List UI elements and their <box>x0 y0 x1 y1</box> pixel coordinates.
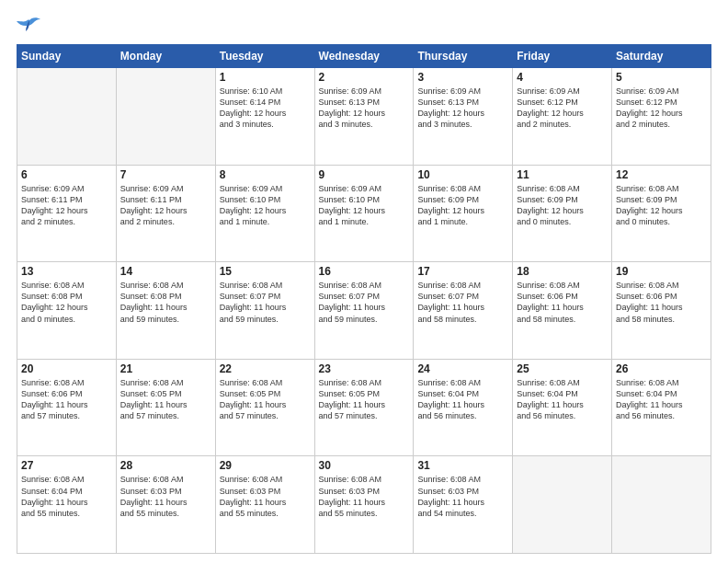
calendar-header-saturday: Saturday <box>612 45 711 68</box>
calendar-cell <box>612 456 711 554</box>
day-number: 14 <box>120 265 211 278</box>
cell-text: Sunrise: 6:08 AM Sunset: 6:03 PM Dayligh… <box>220 474 311 519</box>
day-number: 9 <box>319 168 410 181</box>
calendar-cell: 2Sunrise: 6:09 AM Sunset: 6:13 PM Daylig… <box>314 68 414 166</box>
day-number: 15 <box>220 265 311 278</box>
calendar-cell: 28Sunrise: 6:08 AM Sunset: 6:03 PM Dayli… <box>116 456 215 554</box>
calendar-cell: 6Sunrise: 6:09 AM Sunset: 6:11 PM Daylig… <box>17 165 117 262</box>
cell-text: Sunrise: 6:08 AM Sunset: 6:03 PM Dayligh… <box>120 474 211 519</box>
calendar-cell: 30Sunrise: 6:08 AM Sunset: 6:03 PM Dayli… <box>314 456 414 554</box>
day-number: 4 <box>517 71 608 84</box>
calendar-cell: 14Sunrise: 6:08 AM Sunset: 6:08 PM Dayli… <box>116 262 215 360</box>
calendar-cell: 26Sunrise: 6:08 AM Sunset: 6:04 PM Dayli… <box>612 359 711 456</box>
cell-text: Sunrise: 6:08 AM Sunset: 6:09 PM Dayligh… <box>616 183 707 228</box>
day-number: 12 <box>616 168 707 181</box>
cell-text: Sunrise: 6:08 AM Sunset: 6:08 PM Dayligh… <box>21 280 112 325</box>
calendar-header-sunday: Sunday <box>17 45 117 68</box>
calendar-cell <box>513 456 612 554</box>
day-number: 20 <box>21 362 112 375</box>
day-number: 30 <box>319 459 410 472</box>
cell-text: Sunrise: 6:08 AM Sunset: 6:04 PM Dayligh… <box>21 474 112 519</box>
day-number: 2 <box>319 71 410 84</box>
cell-text: Sunrise: 6:08 AM Sunset: 6:04 PM Dayligh… <box>417 377 508 422</box>
calendar-cell: 24Sunrise: 6:08 AM Sunset: 6:04 PM Dayli… <box>414 359 513 456</box>
calendar-cell: 25Sunrise: 6:08 AM Sunset: 6:04 PM Dayli… <box>513 359 612 456</box>
calendar-cell: 10Sunrise: 6:08 AM Sunset: 6:09 PM Dayli… <box>414 165 513 262</box>
day-number: 21 <box>120 362 211 375</box>
day-number: 25 <box>517 362 608 375</box>
cell-text: Sunrise: 6:08 AM Sunset: 6:03 PM Dayligh… <box>417 474 508 519</box>
day-number: 13 <box>21 265 112 278</box>
calendar-cell: 18Sunrise: 6:08 AM Sunset: 6:06 PM Dayli… <box>513 262 612 360</box>
cell-text: Sunrise: 6:09 AM Sunset: 6:13 PM Dayligh… <box>417 86 508 131</box>
cell-text: Sunrise: 6:08 AM Sunset: 6:09 PM Dayligh… <box>517 183 608 228</box>
cell-text: Sunrise: 6:08 AM Sunset: 6:04 PM Dayligh… <box>616 377 707 422</box>
page-header <box>17 17 711 37</box>
day-number: 23 <box>319 362 410 375</box>
calendar-cell: 3Sunrise: 6:09 AM Sunset: 6:13 PM Daylig… <box>414 68 513 166</box>
day-number: 6 <box>21 168 112 181</box>
calendar-cell: 19Sunrise: 6:08 AM Sunset: 6:06 PM Dayli… <box>612 262 711 360</box>
calendar-header-monday: Monday <box>116 45 215 68</box>
cell-text: Sunrise: 6:08 AM Sunset: 6:06 PM Dayligh… <box>21 377 112 422</box>
calendar-cell: 29Sunrise: 6:08 AM Sunset: 6:03 PM Dayli… <box>215 456 314 554</box>
calendar-cell: 20Sunrise: 6:08 AM Sunset: 6:06 PM Dayli… <box>17 359 117 456</box>
day-number: 31 <box>417 459 508 472</box>
cell-text: Sunrise: 6:09 AM Sunset: 6:12 PM Dayligh… <box>517 86 608 131</box>
day-number: 18 <box>517 265 608 278</box>
cell-text: Sunrise: 6:08 AM Sunset: 6:05 PM Dayligh… <box>319 377 410 422</box>
cell-text: Sunrise: 6:08 AM Sunset: 6:07 PM Dayligh… <box>319 280 410 325</box>
cell-text: Sunrise: 6:08 AM Sunset: 6:05 PM Dayligh… <box>220 377 311 422</box>
calendar-week-row: 1Sunrise: 6:10 AM Sunset: 6:14 PM Daylig… <box>17 68 711 166</box>
cell-text: Sunrise: 6:08 AM Sunset: 6:07 PM Dayligh… <box>417 280 508 325</box>
logo <box>17 17 46 37</box>
calendar-cell: 1Sunrise: 6:10 AM Sunset: 6:14 PM Daylig… <box>215 68 314 166</box>
day-number: 16 <box>319 265 410 278</box>
calendar-cell: 31Sunrise: 6:08 AM Sunset: 6:03 PM Dayli… <box>414 456 513 554</box>
calendar-cell <box>17 68 117 166</box>
calendar-header-tuesday: Tuesday <box>215 45 314 68</box>
cell-text: Sunrise: 6:08 AM Sunset: 6:06 PM Dayligh… <box>616 280 707 325</box>
day-number: 28 <box>120 459 211 472</box>
calendar-cell: 11Sunrise: 6:08 AM Sunset: 6:09 PM Dayli… <box>513 165 612 262</box>
calendar-cell: 15Sunrise: 6:08 AM Sunset: 6:07 PM Dayli… <box>215 262 314 360</box>
calendar-week-row: 27Sunrise: 6:08 AM Sunset: 6:04 PM Dayli… <box>17 456 711 554</box>
logo-icon <box>17 17 42 37</box>
calendar-cell <box>116 68 215 166</box>
calendar-cell: 4Sunrise: 6:09 AM Sunset: 6:12 PM Daylig… <box>513 68 612 166</box>
day-number: 1 <box>220 71 311 84</box>
calendar-header-row: SundayMondayTuesdayWednesdayThursdayFrid… <box>17 45 711 68</box>
calendar-cell: 5Sunrise: 6:09 AM Sunset: 6:12 PM Daylig… <box>612 68 711 166</box>
day-number: 26 <box>616 362 707 375</box>
day-number: 24 <box>417 362 508 375</box>
cell-text: Sunrise: 6:08 AM Sunset: 6:05 PM Dayligh… <box>120 377 211 422</box>
calendar-cell: 7Sunrise: 6:09 AM Sunset: 6:11 PM Daylig… <box>116 165 215 262</box>
calendar-table: SundayMondayTuesdayWednesdayThursdayFrid… <box>17 44 711 554</box>
day-number: 3 <box>417 71 508 84</box>
cell-text: Sunrise: 6:09 AM Sunset: 6:11 PM Dayligh… <box>21 183 112 228</box>
calendar-week-row: 6Sunrise: 6:09 AM Sunset: 6:11 PM Daylig… <box>17 165 711 262</box>
cell-text: Sunrise: 6:09 AM Sunset: 6:10 PM Dayligh… <box>220 183 311 228</box>
day-number: 19 <box>616 265 707 278</box>
calendar-cell: 21Sunrise: 6:08 AM Sunset: 6:05 PM Dayli… <box>116 359 215 456</box>
cell-text: Sunrise: 6:09 AM Sunset: 6:11 PM Dayligh… <box>120 183 211 228</box>
day-number: 7 <box>120 168 211 181</box>
calendar-cell: 12Sunrise: 6:08 AM Sunset: 6:09 PM Dayli… <box>612 165 711 262</box>
day-number: 10 <box>417 168 508 181</box>
day-number: 22 <box>220 362 311 375</box>
calendar-week-row: 20Sunrise: 6:08 AM Sunset: 6:06 PM Dayli… <box>17 359 711 456</box>
cell-text: Sunrise: 6:08 AM Sunset: 6:07 PM Dayligh… <box>220 280 311 325</box>
cell-text: Sunrise: 6:08 AM Sunset: 6:06 PM Dayligh… <box>517 280 608 325</box>
cell-text: Sunrise: 6:09 AM Sunset: 6:12 PM Dayligh… <box>616 86 707 131</box>
calendar-cell: 22Sunrise: 6:08 AM Sunset: 6:05 PM Dayli… <box>215 359 314 456</box>
cell-text: Sunrise: 6:08 AM Sunset: 6:08 PM Dayligh… <box>120 280 211 325</box>
calendar-cell: 8Sunrise: 6:09 AM Sunset: 6:10 PM Daylig… <box>215 165 314 262</box>
calendar-cell: 17Sunrise: 6:08 AM Sunset: 6:07 PM Dayli… <box>414 262 513 360</box>
calendar-cell: 27Sunrise: 6:08 AM Sunset: 6:04 PM Dayli… <box>17 456 117 554</box>
cell-text: Sunrise: 6:08 AM Sunset: 6:09 PM Dayligh… <box>417 183 508 228</box>
calendar-header-wednesday: Wednesday <box>314 45 414 68</box>
calendar-cell: 13Sunrise: 6:08 AM Sunset: 6:08 PM Dayli… <box>17 262 117 360</box>
day-number: 5 <box>616 71 707 84</box>
calendar-cell: 9Sunrise: 6:09 AM Sunset: 6:10 PM Daylig… <box>314 165 414 262</box>
day-number: 11 <box>517 168 608 181</box>
